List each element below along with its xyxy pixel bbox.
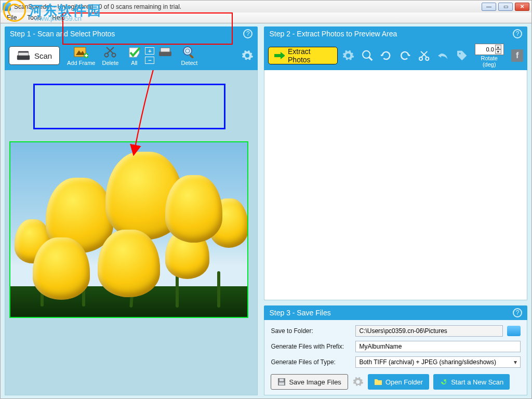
svg-rect-18 xyxy=(280,379,284,381)
type-select[interactable]: Both TIFF (archival) + JPEG (sharing/sli… xyxy=(355,356,521,368)
svg-rect-9 xyxy=(161,48,170,52)
step2-help-icon[interactable]: ? xyxy=(513,29,522,38)
minimize-button[interactable]: — xyxy=(482,3,496,11)
selection-box-blue[interactable] xyxy=(33,84,225,129)
folder-path-input[interactable]: C:\Users\pc0359.cn-06\Pictures xyxy=(355,325,503,337)
save-image-files-label: Save Image Files xyxy=(289,378,341,386)
svg-point-6 xyxy=(105,53,109,57)
collapse-all-button[interactable]: − xyxy=(145,57,154,64)
cut-icon[interactable] xyxy=(418,49,430,62)
save-image-files-button[interactable]: Save Image Files xyxy=(271,374,348,390)
expand-collapse-group: + − xyxy=(145,47,154,64)
floppy-icon xyxy=(277,378,286,386)
rescan-button[interactable] xyxy=(156,46,174,66)
menu-file[interactable]: File xyxy=(2,14,22,21)
app-icon xyxy=(3,3,11,11)
zoom-icon[interactable] xyxy=(361,49,374,62)
browse-folder-icon[interactable] xyxy=(507,326,521,336)
rotate-ccw-icon[interactable] xyxy=(380,49,392,62)
work-area: Step 1 - Scan and Select Photos ? Scan xyxy=(0,23,532,399)
save-to-folder-label: Save to Folder: xyxy=(271,327,351,335)
menu-tools[interactable]: Tools xyxy=(22,14,47,21)
step3-settings-icon[interactable] xyxy=(352,376,364,388)
svg-point-7 xyxy=(112,53,116,57)
facebook-icon[interactable]: f xyxy=(511,49,523,62)
step1-toolbar: Scan Add Frame xyxy=(5,41,258,70)
svg-point-14 xyxy=(419,57,422,60)
checkmark-icon xyxy=(128,46,140,58)
window-title: ScanSpeeder - Unregistered - 0 of 0 scan… xyxy=(14,3,181,10)
new-scan-label: Start a New Scan xyxy=(451,378,503,386)
all-button[interactable]: All xyxy=(125,46,143,66)
step1-header: Step 1 - Scan and Select Photos ? xyxy=(5,26,258,41)
close-button[interactable]: ✕ xyxy=(515,3,529,11)
rotate-spin-down[interactable]: ▼ xyxy=(495,49,501,54)
magnifier-icon xyxy=(182,46,196,58)
expand-all-button[interactable]: + xyxy=(145,47,154,55)
svg-rect-19 xyxy=(279,382,284,385)
panel-step3: Step 3 - Save Files ? Save to Folder: C:… xyxy=(264,305,527,395)
rotate-spin-up[interactable]: ▲ xyxy=(495,45,501,49)
step1-title: Step 1 - Scan and Select Photos xyxy=(10,30,115,38)
step1-canvas[interactable] xyxy=(5,70,258,395)
delete-button[interactable]: Delete xyxy=(97,46,123,66)
detect-button[interactable]: Detect xyxy=(176,46,202,66)
svg-point-13 xyxy=(363,51,370,58)
rotate-input[interactable]: 0.0 ▲ ▼ xyxy=(475,44,504,55)
selection-box-green[interactable] xyxy=(9,141,248,318)
panel-right: Step 2 - Extract Photos to Preview Area … xyxy=(264,26,527,395)
svg-rect-0 xyxy=(17,55,30,60)
undo-icon[interactable] xyxy=(436,49,449,62)
svg-point-10 xyxy=(183,47,192,55)
folder-path-text: C:\Users\pc0359.cn-06\Pictures xyxy=(359,327,447,335)
prefix-label: Generate Files with Prefix: xyxy=(271,343,351,350)
menu-help[interactable]: Help xyxy=(47,14,70,21)
open-folder-label: Open Folder xyxy=(385,378,423,386)
scan-button-label: Scan xyxy=(34,51,52,60)
step3-header: Step 3 - Save Files ? xyxy=(264,305,527,320)
delete-label: Delete xyxy=(102,60,119,66)
add-frame-button[interactable]: Add Frame xyxy=(67,46,95,66)
open-folder-button[interactable]: Open Folder xyxy=(368,374,429,390)
svg-point-15 xyxy=(425,57,429,60)
prefix-value: MyAlbumName xyxy=(359,343,402,350)
prefix-input[interactable]: MyAlbumName xyxy=(355,341,521,352)
new-scan-button[interactable]: Start a New Scan xyxy=(433,374,510,390)
open-folder-icon xyxy=(374,378,382,386)
step1-help-icon[interactable]: ? xyxy=(243,29,252,38)
type-label: Generate Files of Type: xyxy=(271,358,351,366)
rotate-cw-icon[interactable] xyxy=(398,49,411,62)
step2-settings-icon[interactable] xyxy=(342,49,354,62)
tag-icon[interactable] xyxy=(456,49,468,62)
scan-button[interactable]: Scan xyxy=(9,46,60,65)
add-frame-icon xyxy=(74,46,88,58)
refresh-icon xyxy=(440,378,448,386)
svg-rect-2 xyxy=(18,51,29,52)
step2-toolbar: Extract Photos 0.0 ▲ ▼ xyxy=(264,41,527,70)
detect-label: Detect xyxy=(181,60,198,66)
all-label: All xyxy=(131,60,137,66)
scanner-small-icon xyxy=(158,47,172,57)
rotate-label: Rotate (deg) xyxy=(474,55,504,68)
rotate-value: 0.0 xyxy=(486,46,494,52)
add-frame-label: Add Frame xyxy=(67,60,95,66)
type-value: Both TIFF (archival) + JPEG (sharing/sli… xyxy=(359,358,496,366)
step2-title: Step 2 - Extract Photos to Preview Area xyxy=(269,30,397,38)
menu-bar: File Tools Help xyxy=(0,12,532,23)
scanner-icon xyxy=(17,50,30,61)
title-bar: ScanSpeeder - Unregistered - 0 of 0 scan… xyxy=(0,0,532,12)
step1-settings-icon[interactable] xyxy=(241,49,254,62)
arrow-right-icon xyxy=(274,52,285,59)
svg-point-16 xyxy=(459,52,460,54)
preview-area[interactable] xyxy=(264,70,527,300)
chevron-down-icon: ▾ xyxy=(514,358,517,366)
step3-title: Step 3 - Save Files xyxy=(269,309,330,317)
maximize-button[interactable]: ▭ xyxy=(498,3,513,11)
panel-step1: Step 1 - Scan and Select Photos ? Scan xyxy=(5,26,258,395)
step2-header: Step 2 - Extract Photos to Preview Area … xyxy=(264,26,527,41)
scissors-icon xyxy=(103,46,117,58)
step3-help-icon[interactable]: ? xyxy=(513,308,522,317)
extract-button[interactable]: Extract Photos xyxy=(268,47,338,64)
extract-label: Extract Photos xyxy=(288,47,332,64)
